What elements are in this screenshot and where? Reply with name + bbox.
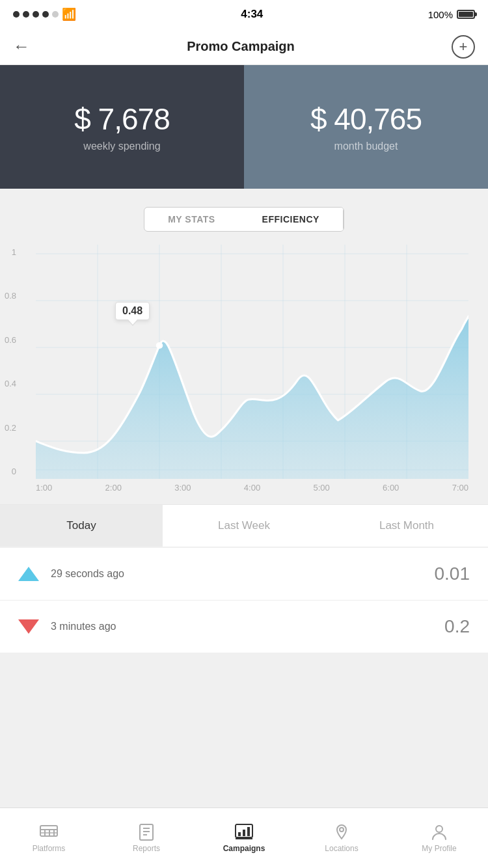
reports-icon (137, 823, 156, 841)
activity-list: 29 seconds ago 0.01 3 minutes ago 0.2 (0, 548, 488, 653)
battery-icon (457, 10, 475, 19)
tooltip-value: 0.48 (122, 305, 142, 316)
tab-efficiency[interactable]: EFFICIENCY (239, 208, 344, 231)
chart-x-labels: 1:00 2:00 3:00 4:00 5:00 6:00 7:00 (36, 479, 468, 493)
battery-fill (459, 12, 473, 17)
add-button[interactable]: + (452, 35, 475, 59)
tab-bar-locations[interactable]: Locations (293, 808, 390, 868)
svg-point-12 (156, 342, 163, 349)
x-label-1: 1:00 (36, 483, 52, 493)
signal-dot-3 (33, 11, 39, 18)
time-range-today[interactable]: Today (0, 505, 163, 547)
battery-percent: 100% (428, 9, 453, 20)
tab-label-campaigns: Campaigns (223, 844, 265, 853)
svg-rect-24 (238, 832, 241, 836)
y-label-1: 1 (5, 247, 16, 257)
signal-dots: 📶 (13, 7, 76, 21)
activity-time-1: 29 seconds ago (51, 568, 124, 580)
page-title: Promo Campaign (187, 39, 295, 54)
status-time: 4:34 (241, 8, 263, 21)
weekly-spending-label: weekly spending (83, 141, 160, 152)
x-label-2: 2:00 (105, 483, 122, 493)
battery-area: 100% (428, 9, 475, 20)
signal-dot-2 (23, 11, 29, 18)
activity-value-1: 0.01 (435, 563, 470, 584)
time-range-selector: Today Last Week Last Month (0, 504, 488, 547)
tabs-section: MY STATS EFFICIENCY (0, 189, 488, 232)
svg-point-29 (436, 826, 442, 832)
tabs-toggle: MY STATS EFFICIENCY (144, 207, 344, 232)
trend-up-icon (18, 567, 39, 581)
platforms-icon (39, 823, 59, 841)
activity-item-2: 3 minutes ago 0.2 (0, 601, 488, 653)
chart-area: 1 0.8 0.6 0.4 0.2 0 (0, 232, 488, 499)
chart-y-labels: 1 0.8 0.6 0.4 0.2 0 (5, 245, 16, 479)
header: ← Promo Campaign + (0, 29, 488, 65)
signal-dot-1 (13, 11, 20, 18)
tooltip-arrow (128, 319, 137, 325)
status-bar: 📶 4:34 100% (0, 0, 488, 29)
y-label-08: 0.8 (5, 291, 16, 301)
x-label-3: 3:00 (174, 483, 191, 493)
x-label-5: 5:00 (313, 483, 329, 493)
chart-tooltip: 0.48 (115, 302, 150, 320)
tab-label-locations: Locations (325, 844, 358, 853)
activity-item-1: 29 seconds ago 0.01 (0, 548, 488, 601)
tab-my-stats[interactable]: MY STATS (144, 208, 238, 231)
tab-bar-reports[interactable]: Reports (98, 808, 195, 868)
activity-value-2: 0.2 (444, 616, 470, 637)
locations-icon (332, 823, 351, 841)
campaigns-icon (234, 823, 254, 841)
signal-dot-5 (52, 11, 59, 18)
y-label-04: 0.4 (5, 379, 16, 388)
svg-rect-26 (247, 827, 250, 836)
signal-dot-4 (42, 11, 49, 18)
x-label-6: 6:00 (383, 483, 399, 493)
chart-container: 1 0.8 0.6 0.4 0.2 0 (36, 245, 468, 493)
x-label-7: 7:00 (452, 483, 468, 493)
activity-item-2-left: 3 minutes ago (18, 619, 116, 634)
tab-bar-platforms[interactable]: Platforms (0, 808, 98, 868)
y-label-02: 0.2 (5, 423, 16, 433)
y-label-0: 0 (5, 467, 16, 476)
profile-icon (429, 823, 449, 841)
weekly-spending-value: $ 7,678 (74, 102, 169, 137)
month-budget-value: $ 40,765 (310, 102, 422, 137)
y-label-06: 0.6 (5, 335, 16, 345)
activity-item-1-left: 29 seconds ago (18, 567, 124, 581)
tab-bar-my-profile[interactable]: My Profile (390, 808, 488, 868)
time-range-last-week[interactable]: Last Week (163, 505, 325, 547)
x-label-4: 4:00 (244, 483, 260, 493)
chart-svg-wrapper: 0.48 (36, 245, 468, 479)
tab-bar-campaigns[interactable]: Campaigns (195, 808, 293, 868)
month-budget-block: $ 40,765 month budget (244, 65, 488, 189)
trend-down-icon (18, 619, 39, 634)
wifi-icon: 📶 (62, 7, 76, 21)
tab-label-platforms: Platforms (33, 844, 66, 853)
svg-rect-25 (243, 830, 245, 836)
chart-svg (36, 245, 468, 479)
svg-point-28 (340, 828, 344, 832)
bottom-tab-bar: Platforms Reports Campaigns Locations (0, 807, 488, 868)
time-range-last-month[interactable]: Last Month (325, 505, 488, 547)
weekly-spending-block: $ 7,678 weekly spending (0, 65, 244, 189)
month-budget-label: month budget (334, 141, 398, 152)
activity-time-2: 3 minutes ago (51, 621, 116, 632)
tab-label-reports: Reports (133, 844, 160, 853)
back-button[interactable]: ← (13, 36, 30, 57)
tab-label-my-profile: My Profile (422, 844, 456, 853)
stats-row: $ 7,678 weekly spending $ 40,765 month b… (0, 65, 488, 189)
